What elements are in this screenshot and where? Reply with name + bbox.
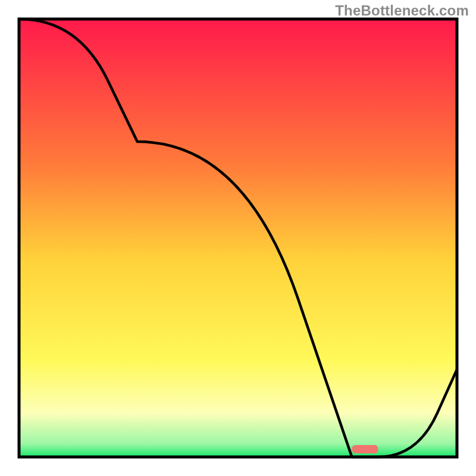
plot-background [19, 19, 457, 457]
optimal-marker [352, 445, 378, 453]
bottleneck-chart [0, 0, 476, 476]
chart-stage: TheBottleneck.com [0, 0, 476, 476]
watermark-text: TheBottleneck.com [335, 2, 469, 19]
